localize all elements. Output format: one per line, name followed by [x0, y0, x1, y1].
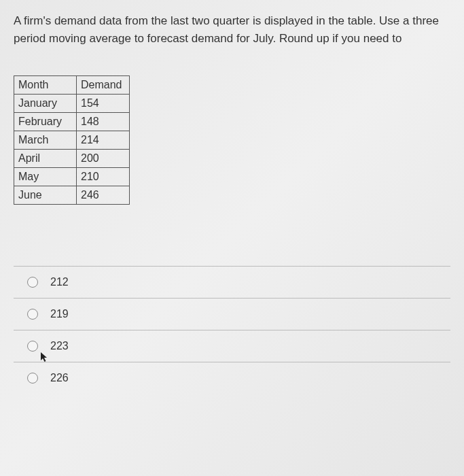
cell-demand: 214 — [77, 131, 130, 149]
table-row: June 246 — [14, 186, 130, 204]
option-label: 219 — [50, 308, 69, 320]
option-label: 226 — [50, 372, 69, 384]
cell-month: April — [14, 149, 77, 167]
cell-month: February — [14, 112, 77, 131]
cell-demand: 210 — [77, 167, 130, 186]
option-219[interactable]: 219 — [14, 299, 450, 330]
radio-icon — [27, 373, 38, 384]
demand-table: Month Demand January 154 February 148 Ma… — [14, 75, 130, 205]
table-row: May 210 — [14, 167, 130, 186]
question-text: A firm's demand data from the last two q… — [14, 12, 450, 48]
option-label: 223 — [50, 340, 69, 352]
answer-options: 212 219 223 226 — [14, 266, 450, 394]
cell-demand: 246 — [77, 186, 130, 204]
radio-icon — [27, 277, 38, 288]
table-row: January 154 — [14, 94, 130, 112]
cell-month: January — [14, 94, 77, 112]
table-row: April 200 — [14, 149, 130, 167]
cell-demand: 200 — [77, 149, 130, 167]
option-212[interactable]: 212 — [14, 266, 450, 299]
option-223[interactable]: 223 — [14, 330, 450, 362]
header-demand: Demand — [77, 75, 130, 94]
table-row: March 214 — [14, 131, 130, 149]
radio-icon — [27, 309, 38, 320]
cell-month: May — [14, 167, 77, 186]
cell-demand: 148 — [77, 112, 130, 131]
cell-demand: 154 — [77, 94, 130, 112]
header-month: Month — [14, 75, 77, 94]
table-header-row: Month Demand — [14, 75, 130, 94]
option-label: 212 — [50, 276, 69, 288]
radio-icon — [27, 341, 38, 352]
cell-month: June — [14, 186, 77, 204]
cell-month: March — [14, 131, 77, 149]
option-226[interactable]: 226 — [14, 362, 450, 394]
table-row: February 148 — [14, 112, 130, 131]
